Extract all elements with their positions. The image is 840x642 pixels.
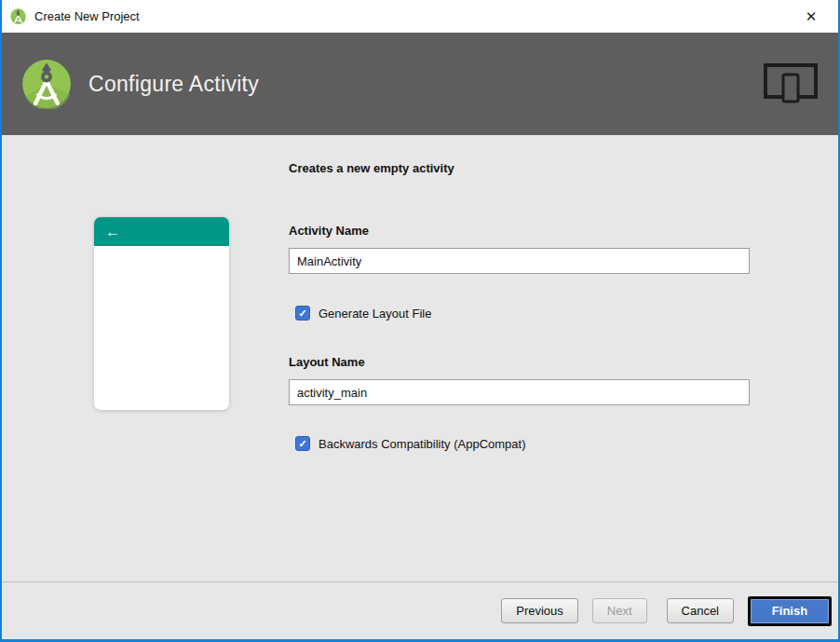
checkbox-checked-icon[interactable]: ✓ [295,306,310,321]
wizard-button-bar: Previous Next Cancel Finish [2,581,838,639]
finish-button[interactable]: Finish [751,599,829,623]
android-studio-logo [21,59,72,109]
phone-tablet-icon [763,62,819,103]
create-new-project-dialog: Create New Project ✕ Configure Activity … [0,0,840,642]
back-arrow-icon: ← [105,225,120,239]
layout-name-input[interactable] [289,379,750,405]
cancel-button[interactable]: Cancel [667,598,734,623]
activity-description: Creates a new empty activity [289,161,454,175]
android-studio-icon [10,8,26,24]
title-bar: Create New Project ✕ [2,0,838,33]
preview-appbar: ← [94,217,229,246]
activity-name-label: Activity Name [289,224,369,238]
backwards-compat-label: Backwards Compatibility (AppCompat) [318,437,526,451]
next-button[interactable]: Next [592,598,647,623]
generate-layout-checkbox-row[interactable]: ✓ Generate Layout File [295,306,431,321]
close-icon[interactable]: ✕ [795,0,827,33]
wizard-body: ← Creates a new empty activity Activity … [2,135,838,581]
activity-name-input[interactable] [289,248,750,274]
window-title: Create New Project [34,9,140,23]
page-title: Configure Activity [88,72,259,97]
checkbox-checked-icon[interactable]: ✓ [295,436,310,451]
finish-button-focus-ring: Finish [748,596,832,626]
backwards-compat-checkbox-row[interactable]: ✓ Backwards Compatibility (AppCompat) [295,436,526,451]
wizard-header: Configure Activity [2,33,838,135]
previous-button[interactable]: Previous [501,598,578,623]
activity-preview-thumbnail: ← [94,217,229,410]
layout-name-label: Layout Name [289,355,365,369]
generate-layout-label: Generate Layout File [318,307,431,321]
